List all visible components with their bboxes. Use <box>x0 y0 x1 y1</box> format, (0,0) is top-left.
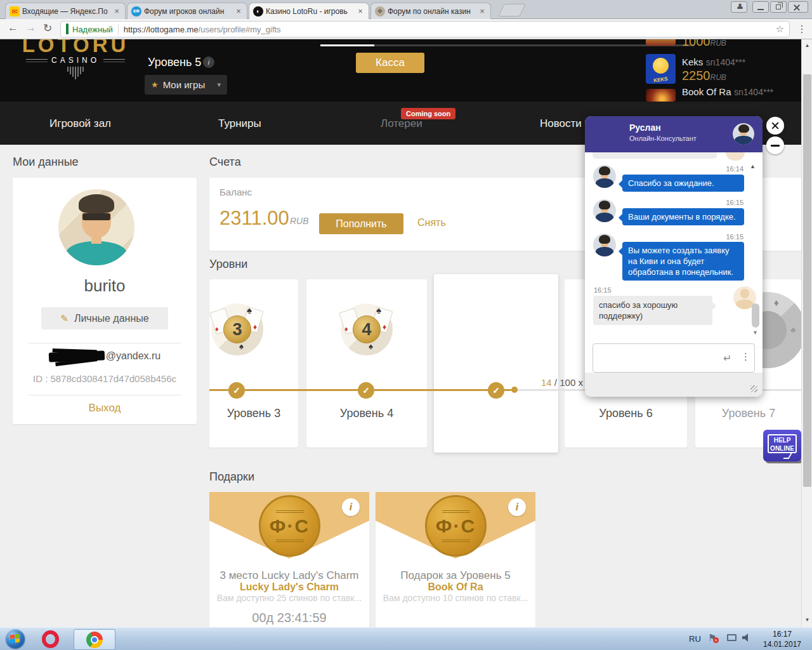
winner-row[interactable]: KEKS <box>646 54 676 84</box>
tab-forum-casino[interactable]: ❖ Форум по онлайн казин × <box>370 3 491 19</box>
logo-fringe <box>15 67 136 79</box>
chat-message: Ваши документы в порядке. <box>622 208 744 225</box>
chat-scroll-up-icon[interactable]: ▲ <box>750 163 756 169</box>
minus-icon <box>771 145 780 147</box>
page-scrollbar[interactable]: ▲ ▼ <box>801 39 812 627</box>
personal-data-button[interactable]: ✎ Личные данные <box>41 307 168 329</box>
gift-info-icon[interactable]: i <box>342 498 360 516</box>
tab-close-icon[interactable]: × <box>478 6 487 16</box>
user-id: ID : 5878cd308417d47d058b456c <box>13 373 197 384</box>
partial-bubble <box>593 152 717 159</box>
tab-title: Казино LotoRu - игровь <box>266 7 353 16</box>
winner-name: Keks sn1404*** <box>682 56 745 68</box>
winner-row[interactable] <box>646 89 676 102</box>
winner-row[interactable] <box>646 39 676 46</box>
window-minimize-button[interactable] <box>752 1 769 13</box>
nav-game-hall[interactable]: Игровой зал <box>49 117 111 130</box>
tab-close-icon[interactable]: × <box>112 6 121 16</box>
tab-forum-players[interactable]: КФ Форум игроков онлайн × <box>127 3 247 19</box>
windows-taskbar: RU ⚑× 16:17 14.01.2017 <box>0 627 812 650</box>
gifts-heading: Подарки <box>209 470 254 484</box>
level-7-label: Уровень 7 <box>695 407 802 420</box>
nav-news[interactable]: Новости <box>540 117 582 130</box>
tab-yandex-mail[interactable]: ✉ Входящие — Яндекс.По × <box>5 3 126 19</box>
message-time: 16:15 <box>726 199 743 206</box>
level-3-card <box>209 279 298 448</box>
send-icon[interactable]: ↵ <box>723 352 731 364</box>
forward-button[interactable]: → <box>25 22 36 34</box>
help-online-button[interactable]: HELP ONLINE <box>763 430 801 461</box>
deposit-button[interactable]: Пополнить <box>319 213 403 234</box>
chevron-down-icon: ▾ <box>217 81 221 89</box>
back-button[interactable]: ← <box>8 22 18 34</box>
chrome-taskbar-button[interactable] <box>74 629 115 650</box>
gift-card: Ф·С i 3 место Lucky Lady's Charm Lucky L… <box>209 492 369 627</box>
gift-title: 3 место Lucky Lady's Charm <box>209 569 369 582</box>
divider <box>29 395 181 395</box>
level-info-icon[interactable]: i <box>203 56 214 68</box>
bookmark-star-icon[interactable]: ☆ <box>776 23 784 35</box>
gift-desc: Вам доступно 25 спинов по ставк... <box>209 593 369 603</box>
gift-card: Ф·С i Подарок за Уровень 5 Book Of Ra Ва… <box>376 492 535 627</box>
resize-handle-icon[interactable] <box>750 385 757 392</box>
message-time: 16:14 <box>726 165 743 173</box>
balance-label: Баланс <box>219 187 252 197</box>
chat-scrollbar-thumb[interactable] <box>752 303 759 328</box>
forum-casino-icon: ❖ <box>375 6 385 17</box>
new-tab-button[interactable] <box>498 4 525 17</box>
email-row: @yandex.ru <box>13 350 197 362</box>
start-button[interactable] <box>5 629 25 649</box>
gift-info-icon[interactable]: i <box>508 498 526 516</box>
scroll-up-icon[interactable]: ▲ <box>802 43 812 48</box>
chat-message-user: спасибо за хорошую поддержку) <box>593 296 712 325</box>
speech-tail <box>783 453 792 459</box>
opera-icon[interactable] <box>42 630 59 648</box>
scroll-down-icon[interactable]: ▼ <box>802 617 812 623</box>
scrollbar-thumb[interactable] <box>803 74 811 487</box>
book-of-ra-thumb <box>646 89 676 102</box>
tab-close-icon[interactable]: × <box>234 6 243 16</box>
chat-minimize-button[interactable] <box>766 136 784 154</box>
cashier-button[interactable]: Касса <box>356 53 424 73</box>
level-4-badge: ♠ ♦ ♦ ♠ 4 <box>341 303 393 355</box>
refresh-button[interactable]: ↻ <box>43 22 52 35</box>
window-close-button[interactable] <box>788 1 808 13</box>
logout-link[interactable]: Выход <box>13 402 197 415</box>
security-label: Надежный <box>72 25 113 34</box>
tab-close-icon[interactable]: × <box>356 6 365 16</box>
browser-menu-icon[interactable]: ⋮ <box>797 23 807 35</box>
minimize-icon <box>757 9 764 10</box>
taskbar-clock[interactable]: 16:17 14.01.2017 <box>756 629 808 649</box>
address-bar[interactable]: Надежный https://lottogame.me/users/prof… <box>60 21 790 37</box>
window-restore-button[interactable] <box>770 1 787 13</box>
chat-message: Вы можете создать заявку на Киви и она б… <box>622 242 744 281</box>
agent-avatar <box>593 199 616 222</box>
network-icon[interactable] <box>727 634 737 641</box>
tab-lotoru-active[interactable]: ◐ Казино LotoRu - игровь × <box>249 3 369 19</box>
gift-game: Lucky Lady's Charm <box>209 581 369 593</box>
chat-scroll-down-icon[interactable]: ▼ <box>752 329 758 336</box>
username: burito <box>13 276 197 296</box>
chat-header[interactable]: Руслан Онлайн-Консультант <box>585 116 763 152</box>
level-progress-text: 14 / 100 x <box>541 377 583 388</box>
withdraw-link[interactable]: Снять <box>417 217 446 229</box>
level-3-badge: ♠ ♦ ♦ ♠ 3 <box>211 303 263 355</box>
redacted-scribble <box>48 350 104 362</box>
chat-close-button[interactable] <box>766 117 784 135</box>
progress-dot <box>511 387 518 393</box>
volume-icon[interactable] <box>742 633 750 642</box>
lotoru-logo[interactable]: LOTORU CASINO <box>15 39 136 79</box>
slot-thumb <box>646 39 676 46</box>
profile-button[interactable]: 👤︎ <box>731 1 747 13</box>
balance-amount: 2311.00 <box>219 207 289 230</box>
logo-subtitle: CASINO <box>51 56 100 65</box>
language-indicator[interactable]: RU <box>689 634 701 644</box>
my-games-dropdown[interactable]: ★ Мои игры ▾ <box>145 75 227 95</box>
nav-tournaments[interactable]: Турниры <box>218 117 261 130</box>
nav-lotteries[interactable]: Лотереи <box>381 117 422 130</box>
action-center-flag-icon[interactable]: ⚑× <box>708 632 716 644</box>
message-time: 16:15 <box>594 286 612 294</box>
chat-menu-icon[interactable]: ⋮ <box>741 351 750 362</box>
agent-role: Онлайн-Консультант <box>629 135 697 142</box>
message-time: 16:15 <box>726 233 743 241</box>
